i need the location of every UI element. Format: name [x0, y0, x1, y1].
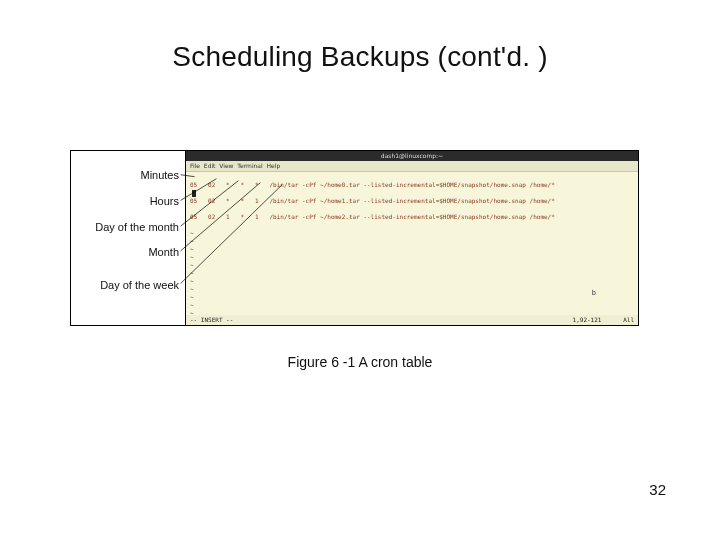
figure-cron-table: Minutes Hours Day of the month Month Day…: [70, 150, 639, 326]
slide-title: Scheduling Backups (cont'd. ): [0, 41, 720, 73]
cron-line: 05 02 * * 1 /bin/tar -cPf ~/home1.tar --…: [190, 197, 634, 205]
cron-line: 05 02 1 * 1 /bin/tar -cPf ~/home2.tar --…: [190, 213, 634, 221]
terminal-screenshot: dash1@linuxcomp:~ File Edit View Termina…: [185, 151, 638, 325]
terminal-status-bar: -- INSERT -- 1,92-121 All: [186, 315, 638, 325]
vim-tilde: ~: [190, 229, 194, 236]
label-day-of-month: Day of the month: [95, 221, 179, 233]
terminal-window-title: dash1@linuxcomp:~: [186, 151, 638, 161]
vim-tilde: ~: [190, 237, 194, 244]
status-mode: -- INSERT --: [190, 315, 233, 325]
status-all: All: [623, 316, 634, 323]
vim-tilde: ~: [190, 261, 194, 268]
vim-tilde: ~: [190, 277, 194, 284]
page-number: 32: [649, 481, 666, 498]
vim-tilde: ~: [190, 253, 194, 260]
figure-caption: Figure 6 -1 A cron table: [0, 354, 720, 370]
vim-tilde: ~: [190, 301, 194, 308]
label-minutes: Minutes: [140, 169, 179, 181]
cron-line: 05 02 * * * /bin/tar -cPf ~/home0.tar --…: [190, 181, 634, 189]
label-month: Month: [148, 246, 179, 258]
terminal-b-marker: b: [592, 289, 596, 297]
label-hours: Hours: [150, 195, 179, 207]
terminal-body: 05 02 * * * /bin/tar -cPf ~/home0.tar --…: [186, 171, 638, 315]
vim-tilde: ~: [190, 293, 194, 300]
cursor-icon: [192, 190, 196, 197]
vim-tilde: ~: [190, 245, 194, 252]
cron-field-labels: Minutes Hours Day of the month Month Day…: [71, 151, 185, 325]
vim-tilde: ~: [190, 269, 194, 276]
vim-tilde: ~: [190, 285, 194, 292]
label-day-of-week: Day of the week: [100, 279, 179, 291]
status-position: 1,92-121: [573, 316, 602, 323]
